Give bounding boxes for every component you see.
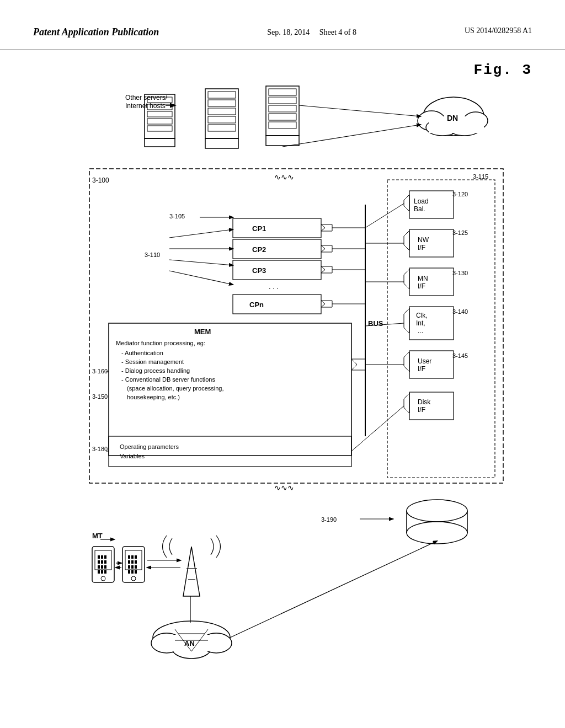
svg-rect-118 <box>135 570 137 574</box>
svg-rect-3 <box>147 111 172 117</box>
svg-rect-97 <box>104 560 106 564</box>
svg-rect-92 <box>98 555 100 559</box>
user-if-label: User <box>418 357 431 365</box>
svg-rect-13 <box>205 138 238 148</box>
svg-marker-122 <box>183 547 200 596</box>
svg-point-88 <box>407 522 467 544</box>
cp2-label: CP2 <box>252 245 266 254</box>
svg-rect-50 <box>409 392 454 420</box>
sheet-info: Sheet 4 of 8 <box>319 28 356 36</box>
an-label: AN <box>184 639 195 647</box>
svg-point-119 <box>131 576 136 581</box>
svg-rect-114 <box>131 565 134 569</box>
svg-rect-65 <box>233 260 321 280</box>
svg-rect-111 <box>131 560 134 564</box>
variables-label: Variables <box>120 453 145 459</box>
dn-label: DN <box>447 114 458 122</box>
svg-rect-109 <box>135 555 137 559</box>
svg-text:I/F: I/F <box>418 244 425 251</box>
svg-rect-6 <box>145 138 175 147</box>
svg-rect-100 <box>104 565 106 569</box>
svg-rect-101 <box>98 570 100 574</box>
svg-marker-60 <box>321 224 332 231</box>
ref-3150: 3-150 <box>92 393 108 400</box>
mt-label: MT <box>92 532 103 540</box>
ref-3115: 3-115 <box>473 173 488 180</box>
svg-marker-35 <box>404 195 409 211</box>
cpn-label: CPn <box>249 301 264 309</box>
svg-rect-18 <box>269 114 296 120</box>
svg-rect-94 <box>104 555 106 559</box>
svg-text:I/F: I/F <box>418 406 425 414</box>
svg-text:Internet hosts: Internet hosts <box>125 102 166 110</box>
svg-rect-8 <box>208 92 236 98</box>
svg-rect-19 <box>269 122 296 129</box>
svg-rect-11 <box>208 116 236 123</box>
svg-rect-90 <box>92 547 114 582</box>
mn-if-label: MN <box>418 275 428 282</box>
svg-rect-16 <box>269 97 296 104</box>
ref-3180: 3-180 <box>92 446 108 452</box>
svg-marker-81 <box>351 359 365 370</box>
ref-3105: 3-105 <box>169 213 185 220</box>
svg-rect-5 <box>147 126 172 131</box>
mem-content-line1: Mediator function processing, eg: <box>116 340 205 346</box>
svg-line-72 <box>365 204 404 228</box>
svg-rect-40 <box>409 268 454 296</box>
svg-rect-115 <box>135 565 137 569</box>
svg-line-137 <box>230 541 437 638</box>
svg-rect-108 <box>131 555 134 559</box>
svg-point-104 <box>101 576 105 581</box>
svg-line-58 <box>169 271 233 285</box>
cp3-label: CP3 <box>252 266 266 275</box>
page: Patent Application Publication Sep. 18, … <box>0 0 565 728</box>
svg-rect-93 <box>101 555 103 559</box>
main-content: Fig. 3 <box>0 50 565 701</box>
database <box>407 500 467 544</box>
ref-3130: 3-130 <box>452 270 468 276</box>
mem-content-line5: - Conventional DB server functions <box>121 376 215 383</box>
svg-rect-99 <box>101 565 103 569</box>
svg-marker-51 <box>404 393 409 413</box>
svg-rect-112 <box>135 560 137 564</box>
svg-rect-33 <box>387 180 495 478</box>
ref-3100: 3-100 <box>92 176 109 184</box>
diagram: Other servers/ Internet hosts DN <box>33 61 532 684</box>
svg-rect-9 <box>208 100 236 106</box>
svg-text:∿∿∿: ∿∿∿ <box>274 483 294 492</box>
mem-label: MEM <box>194 328 211 336</box>
ref-3140: 3-140 <box>452 308 468 315</box>
svg-rect-37 <box>409 229 454 257</box>
svg-rect-107 <box>128 555 130 559</box>
svg-rect-78 <box>109 436 351 467</box>
mobile-phone-2 <box>122 547 145 582</box>
ref-3120: 3-120 <box>452 191 468 197</box>
svg-rect-102 <box>101 570 103 574</box>
svg-line-55 <box>169 229 233 238</box>
clk-label: Clk, <box>416 312 428 319</box>
svg-rect-110 <box>128 560 130 564</box>
figure-label: Fig. 3 <box>473 61 532 78</box>
publication-date: Sep. 18, 2014 <box>267 28 310 36</box>
svg-line-82 <box>351 406 404 451</box>
ellipsis-label: . . . <box>269 282 279 291</box>
svg-rect-12 <box>208 125 236 131</box>
ref-3145: 3-145 <box>452 352 468 359</box>
svg-marker-41 <box>404 269 409 289</box>
svg-line-57 <box>169 260 233 265</box>
cloud-an: AN <box>151 621 232 659</box>
svg-text:∿∿∿: ∿∿∿ <box>274 173 294 181</box>
svg-line-29 <box>299 105 420 116</box>
svg-marker-44 <box>404 308 409 333</box>
svg-rect-20 <box>266 136 299 146</box>
ref-3160: 3-160 <box>92 368 108 374</box>
bus-label: BUS <box>368 319 383 328</box>
svg-rect-116 <box>128 570 130 574</box>
svg-rect-95 <box>98 560 100 564</box>
svg-marker-48 <box>404 352 409 372</box>
svg-marker-38 <box>404 231 409 250</box>
svg-line-30 <box>282 125 420 147</box>
svg-rect-4 <box>147 119 172 124</box>
ref-3125: 3-125 <box>452 229 468 236</box>
svg-text:Bal.: Bal. <box>414 205 425 213</box>
